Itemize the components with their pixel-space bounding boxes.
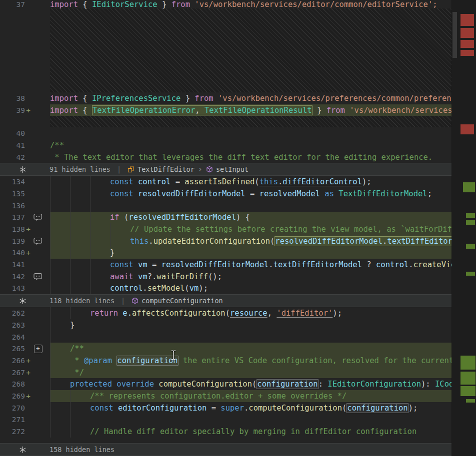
gutter-icon-slot <box>32 380 44 389</box>
comment-thread-icon[interactable] <box>32 237 44 245</box>
token: ?. <box>148 272 157 281</box>
code-content: // Update the settings before creating t… <box>50 223 452 235</box>
code-line-266[interactable]: 266+ * @param configuration the entire V… <box>0 355 452 367</box>
gutter <box>0 116 50 127</box>
gutter-icon-slot <box>32 428 44 436</box>
indent-guides <box>50 343 70 355</box>
comment-thread-icon[interactable] <box>32 213 44 222</box>
code-line-263[interactable]: 263} <box>0 319 452 331</box>
breadcrumb-item[interactable]: computeConfiguration <box>132 297 223 305</box>
token <box>320 189 324 198</box>
gutter-icon-slot <box>32 284 44 293</box>
line-number: 139 <box>0 237 25 245</box>
token: vm <box>138 260 148 269</box>
gutter: 140+ <box>0 247 50 259</box>
token: import <box>50 106 78 115</box>
gutter: 269+ <box>0 390 50 402</box>
line-number: 271 <box>0 416 25 424</box>
line-number: 265 <box>0 345 25 353</box>
token: updateEditorConfiguration <box>154 237 270 246</box>
unfold-icon[interactable] <box>19 446 26 454</box>
indent-guides <box>50 283 110 295</box>
deleted-overview-mark <box>460 28 474 38</box>
code-line-139[interactable]: 139this.updateEditorConfiguration(resolv… <box>0 235 452 247</box>
code-line-264[interactable]: 264 <box>0 331 452 343</box>
code-content: const resolvedDiffEditorModel = resolved… <box>50 188 452 200</box>
gutter-icon-slot <box>32 416 44 424</box>
code-line-138[interactable]: 138+// Update the settings before creati… <box>0 223 452 235</box>
unfold-icon[interactable] <box>19 166 26 173</box>
token: control <box>138 177 170 186</box>
hidden-lines-count: 158 hidden lines <box>50 446 114 454</box>
token <box>134 260 138 269</box>
token: } <box>312 106 326 115</box>
code-line-141[interactable]: 141const vm = resolvedDiffEditorModel.te… <box>0 259 452 271</box>
code-line-265[interactable]: 265+/** <box>0 343 452 355</box>
code-line-42[interactable]: 42 * The text editor that leverages the … <box>0 151 452 163</box>
line-number: 264 <box>0 333 25 341</box>
token: . <box>408 260 413 269</box>
breadcrumb-label: TextDiffEditor <box>138 165 194 173</box>
token: . <box>128 309 132 318</box>
token: configuration <box>346 403 408 413</box>
code-line-135[interactable]: 135const resolvedDiffEditorModel = resol… <box>0 188 452 200</box>
code-line-262[interactable]: 262return e.affectsConfiguration(resourc… <box>0 307 452 319</box>
scrollbar-overview-ruler[interactable] <box>452 0 476 456</box>
token: ); <box>408 404 418 413</box>
code-line-134[interactable]: 134const control = assertIsDefined(this.… <box>0 176 452 188</box>
unfold-icon[interactable] <box>19 297 26 305</box>
hatch-pattern <box>50 116 452 127</box>
breadcrumb-item[interactable]: setInput <box>206 165 248 173</box>
hidden-lines-bar[interactable]: 91 hidden lines|TextDiffEditor›setInput <box>0 163 452 176</box>
gutter-icon-slot <box>32 392 44 400</box>
line-number: 39 <box>0 106 25 114</box>
code-line-38[interactable]: 38import { IPreferencesService } from 'v… <box>0 92 452 104</box>
token: if <box>110 213 120 222</box>
gutter: 270 <box>0 402 50 414</box>
code-line-267[interactable]: 267+ */ <box>0 367 452 379</box>
token: diffEditorControl <box>282 177 362 186</box>
gutter-icon-slot <box>32 129 44 138</box>
code-line-143[interactable]: 143control.setModel(vm); <box>0 283 452 295</box>
line-number: 269 <box>0 392 25 400</box>
token <box>134 189 138 198</box>
gutter: 263 <box>0 319 50 331</box>
code-content: const editorConfiguration = super.comput… <box>50 402 452 414</box>
token: */ <box>70 368 84 377</box>
token: ); <box>362 177 372 186</box>
hidden-lines-bar[interactable]: 158 hidden lines <box>0 443 452 456</box>
scrollbar-slider[interactable] <box>452 12 457 58</box>
token: = <box>170 177 184 186</box>
add-comment-icon[interactable]: + <box>32 345 44 353</box>
code-line-271[interactable]: 271 <box>0 414 452 426</box>
code-line-268[interactable]: 268protected override computeConfigurati… <box>0 378 452 390</box>
token: textDiffEditorModel <box>387 237 452 246</box>
token: ): <box>421 380 435 389</box>
token <box>334 189 338 198</box>
code-line-272[interactable]: 272// Handle diff editor specially by me… <box>0 426 452 438</box>
code-content <box>50 127 452 139</box>
breadcrumb-item[interactable]: TextDiffEditor <box>128 165 194 173</box>
code-line-142[interactable]: 142await vm?.waitForDiff(); <box>0 271 452 283</box>
code-line-40[interactable]: 40 <box>0 127 452 139</box>
code-content: /** <box>50 139 452 151</box>
line-number: 40 <box>0 129 25 137</box>
gutter: 135 <box>0 188 50 200</box>
gutter: 137 <box>0 212 50 224</box>
code-line-41[interactable]: 41/** <box>0 139 452 151</box>
code-line-39[interactable]: 39+import { TextFileOperationError, Text… <box>0 104 452 116</box>
hidden-lines-bar[interactable]: 118 hidden lines|computeConfiguration <box>0 294 452 307</box>
code-line-136[interactable]: 136 <box>0 200 452 212</box>
line-number: 267 <box>0 369 25 377</box>
code-line-137[interactable]: 137if (resolvedDiffEditorModel) { <box>0 212 452 224</box>
indent-guides <box>50 212 110 224</box>
gutter: 264 <box>0 331 50 343</box>
code-line-140[interactable]: 140+} <box>0 247 452 259</box>
token: . <box>244 404 248 413</box>
comment-thread-icon[interactable] <box>32 272 44 281</box>
token: ICodeEditorOptions <box>435 380 452 389</box>
code-line-37[interactable]: 37import { IEditorService } from 'vs/wor… <box>0 0 452 8</box>
token: super <box>220 404 244 413</box>
code-line-269[interactable]: 269+/** represents configuration.editor … <box>0 390 452 402</box>
code-line-270[interactable]: 270const editorConfiguration = super.com… <box>0 402 452 414</box>
